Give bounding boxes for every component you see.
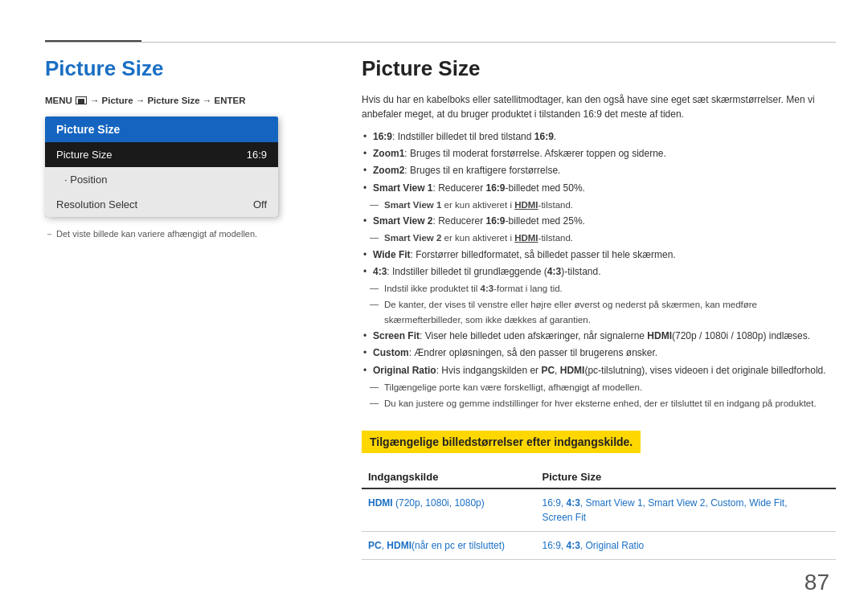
bullet-originalratio: Original Ratio: Hvis indgangskilden er P… bbox=[362, 363, 836, 378]
bullet-zoom2: Zoom2: Bruges til en kraftigere forstørr… bbox=[362, 163, 836, 178]
menu-item-picture-size-value: 16:9 bbox=[247, 149, 267, 161]
bullet-custom: Custom: Ændrer opløsningen, så den passe… bbox=[362, 345, 836, 361]
bullet-widefit: Wide Fit: Forstørrer billedformatet, så … bbox=[362, 247, 836, 263]
menu-item-picture-size[interactable]: Picture Size 16:9 bbox=[45, 142, 278, 167]
menu-box-header: Picture Size bbox=[45, 116, 278, 142]
menu-path-text: → Picture → Picture Size → ENTER bbox=[90, 96, 246, 105]
table-cell-pc-source: PC, HDMI(når en pc er tilsluttet) bbox=[362, 531, 535, 559]
table-row-pc: PC, HDMI(når en pc er tilsluttet) 16:9, … bbox=[362, 531, 836, 559]
menu-box: Picture Size Picture Size 16:9 · Positio… bbox=[45, 116, 278, 217]
bullet-ports-note: Tilgængelige porte kan være forskelligt,… bbox=[362, 380, 836, 394]
bullet-43: 4:3: Indstiller billedet til grundlæggen… bbox=[362, 264, 836, 280]
table-row-hdmi: HDMI (720p, 1080i, 1080p) 16:9, 4:3, Sma… bbox=[362, 488, 836, 532]
bullet-settings-note: Du kan justere og gemme indstillinger fo… bbox=[362, 396, 836, 411]
table-header-source: Indgangskilde bbox=[362, 466, 535, 488]
menu-icon bbox=[76, 96, 87, 104]
bullet-zoom1: Zoom1: Bruges til moderat forstørrelse. … bbox=[362, 146, 836, 161]
menu-item-position[interactable]: · Position bbox=[45, 167, 278, 192]
menu-item-position-label: · Position bbox=[64, 174, 107, 186]
bullet-43-note2: De kanter, der vises til venstre eller h… bbox=[362, 297, 836, 327]
intro-text: Hvis du har en kabelboks eller satellitm… bbox=[362, 92, 836, 121]
right-column: Picture Size Hvis du har en kabelboks el… bbox=[362, 56, 836, 560]
table-header-size: Picture Size bbox=[535, 466, 836, 488]
menu-item-picture-size-label: Picture Size bbox=[56, 149, 112, 161]
bullet-smartview2-note: Smart View 2 er kun aktiveret i HDMI-til… bbox=[362, 231, 836, 245]
bullet-smartview2: Smart View 2: Reducerer 16:9-billedet me… bbox=[362, 214, 836, 229]
menu-item-resolution-label: Resolution Select bbox=[56, 198, 137, 210]
bullet-list: 16:9: Indstiller billedet til bred tilst… bbox=[362, 129, 836, 411]
left-note: Det viste billede kan variere afhængigt … bbox=[45, 228, 302, 240]
bullet-smartview1-note: Smart View 1 er kun aktiveret i HDMI-til… bbox=[362, 198, 836, 212]
right-section-title: Picture Size bbox=[362, 56, 836, 81]
menu-path: MENU → Picture → Picture Size → ENTER bbox=[45, 96, 302, 105]
menu-item-resolution-value: Off bbox=[253, 198, 267, 210]
source-table: Indgangskilde Picture Size HDMI (720p, 1… bbox=[362, 466, 836, 560]
menu-item-resolution-select[interactable]: Resolution Select Off bbox=[45, 192, 278, 217]
table-cell-hdmi-sizes: 16:9, 4:3, Smart View 1, Smart View 2, C… bbox=[535, 488, 836, 532]
top-rule bbox=[45, 42, 836, 43]
bullet-smartview1: Smart View 1: Reducerer 16:9-billedet me… bbox=[362, 181, 836, 196]
left-section-title: Picture Size bbox=[45, 56, 302, 81]
left-column: Picture Size MENU → Picture → Picture Si… bbox=[45, 56, 302, 240]
page-number: 87 bbox=[805, 570, 829, 595]
highlight-section: Tilgængelige billedstørrelser efter indg… bbox=[362, 431, 641, 453]
bullet-169: 16:9: Indstiller billedet til bred tilst… bbox=[362, 129, 836, 145]
bullet-43-note: Indstil ikke produktet til 4:3-format i … bbox=[362, 281, 836, 296]
table-cell-pc-sizes: 16:9, 4:3, Original Ratio bbox=[535, 531, 836, 559]
table-cell-hdmi-source: HDMI (720p, 1080i, 1080p) bbox=[362, 488, 535, 532]
menu-label: MENU bbox=[45, 96, 72, 105]
bullet-screenfit: Screen Fit: Viser hele billedet uden afs… bbox=[362, 329, 836, 344]
